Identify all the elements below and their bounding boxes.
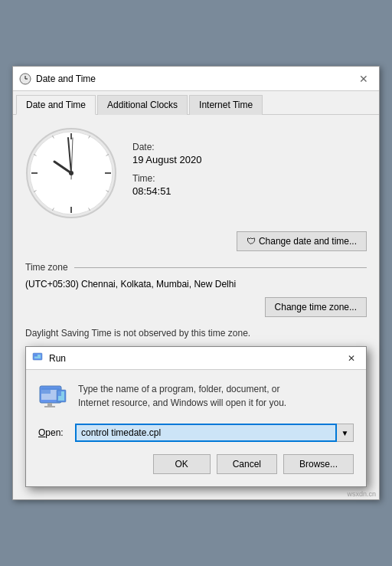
svg-rect-29 xyxy=(44,406,55,407)
change-timezone-row: Change time zone... xyxy=(25,297,367,317)
tab-bar: Date and Time Additional Clocks Internet… xyxy=(13,91,379,115)
run-cancel-button[interactable]: Cancel xyxy=(217,454,277,474)
titlebar: Date and Time ✕ xyxy=(13,67,379,91)
run-dialog-icon xyxy=(32,351,44,365)
change-timezone-button[interactable]: Change time zone... xyxy=(265,297,367,317)
time-value: 08:54:51 xyxy=(132,185,367,197)
tab-additional-clocks[interactable]: Additional Clocks xyxy=(97,95,188,115)
svg-point-20 xyxy=(69,171,74,175)
titlebar-icon xyxy=(19,73,31,85)
run-program-icon xyxy=(38,382,69,413)
date-value: 19 August 2020 xyxy=(132,154,367,165)
tab-date-time[interactable]: Date and Time xyxy=(16,95,96,115)
date-time-window: Date and Time ✕ Date and Time Additional… xyxy=(12,66,380,500)
run-browse-button[interactable]: Browse... xyxy=(283,454,354,474)
run-titlebar: Run ✕ xyxy=(26,347,366,370)
analog-clock xyxy=(25,127,117,219)
run-dialog-buttons: OK Cancel Browse... xyxy=(38,454,354,474)
run-description-row: Type the name of a program, folder, docu… xyxy=(38,382,354,413)
window-title: Date and Time xyxy=(36,74,354,84)
svg-rect-32 xyxy=(58,391,61,396)
run-command-input[interactable] xyxy=(75,424,337,442)
change-datetime-button[interactable]: 🛡Change date and time... xyxy=(237,231,367,251)
run-dialog-content: Type the name of a program, folder, docu… xyxy=(26,370,366,486)
run-description: Type the name of a program, folder, docu… xyxy=(78,382,286,410)
dst-note: Daylight Saving Time is not observed by … xyxy=(25,328,367,339)
timezone-name: (UTC+05:30) Chennai, Kolkata, Mumbai, Ne… xyxy=(25,279,367,290)
run-ok-button[interactable]: OK xyxy=(153,454,211,474)
clock-section: Date: 19 August 2020 Time: 08:54:51 xyxy=(25,127,367,219)
window-close-button[interactable]: ✕ xyxy=(354,70,373,88)
change-datetime-row: 🛡Change date and time... xyxy=(25,231,367,251)
date-label: Date: xyxy=(132,142,367,152)
shield-icon: 🛡 xyxy=(247,236,256,247)
window-content: Date: 19 August 2020 Time: 08:54:51 🛡Cha… xyxy=(13,115,379,499)
run-input-wrap: ▼ xyxy=(75,424,354,442)
run-dropdown-button[interactable]: ▼ xyxy=(337,424,354,442)
watermark: wsxdn.cn xyxy=(347,490,376,498)
svg-rect-27 xyxy=(41,388,60,390)
svg-rect-28 xyxy=(47,403,52,406)
run-dialog: Run ✕ xyxy=(25,346,367,487)
tab-internet-time[interactable]: Internet Time xyxy=(189,95,263,115)
run-dialog-title: Run xyxy=(49,353,343,364)
time-label: Time: xyxy=(132,173,367,184)
run-open-label: Open: xyxy=(38,427,69,438)
timezone-section-label: Time zone xyxy=(25,262,367,273)
run-dialog-close-button[interactable]: ✕ xyxy=(343,350,360,367)
run-open-row: Open: ▼ xyxy=(38,424,354,442)
clock-info: Date: 19 August 2020 Time: 08:54:51 xyxy=(132,142,367,204)
svg-rect-23 xyxy=(34,355,38,357)
